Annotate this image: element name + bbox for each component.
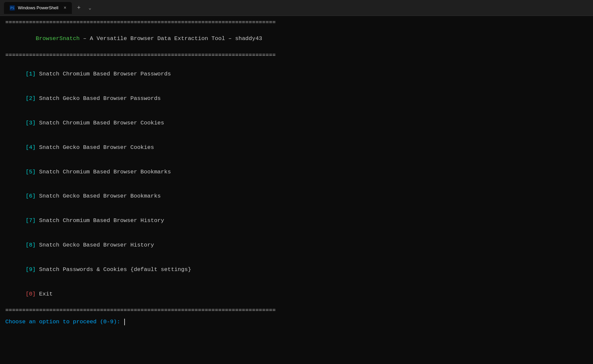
menu-number-3: [3] <box>26 120 36 126</box>
menu-item-8: [8] Snatch Gecko Based Browser History <box>5 233 588 258</box>
title-line: BrowserSnatch – A Versatile Browser Data… <box>5 27 588 51</box>
menu-separator: ========================================… <box>5 306 588 315</box>
terminal-window: ========================================… <box>0 16 593 364</box>
menu-number-6: [6] <box>26 193 36 199</box>
menu-text-5: Snatch Chromium Based Browser Bookmarks <box>36 169 171 175</box>
menu-item-9: [9] Snatch Passwords & Cookies {default … <box>5 258 588 282</box>
prompt-line: Choose an option to proceed (0-9): <box>5 318 588 326</box>
new-tab-button[interactable]: + <box>75 3 83 13</box>
bottom-separator: ========================================… <box>5 51 588 60</box>
menu-number-1: [1] <box>26 71 36 77</box>
svg-text:PS: PS <box>10 6 14 10</box>
menu-item-5: [5] Snatch Chromium Based Browser Bookma… <box>5 160 588 184</box>
tab-dropdown-button[interactable]: ⌄ <box>86 4 94 12</box>
menu-list: [1] Snatch Chromium Based Browser Passwo… <box>5 62 588 306</box>
prompt-text: Choose an option to proceed (0-9): <box>5 318 124 326</box>
menu-item-4: [4] Snatch Gecko Based Browser Cookies <box>5 135 588 160</box>
menu-item-2: [2] Snatch Gecko Based Browser Passwords <box>5 86 588 111</box>
powershell-icon: PS <box>9 5 15 11</box>
menu-item-7: [7] Snatch Chromium Based Browser Histor… <box>5 209 588 233</box>
menu-number-2: [2] <box>26 95 36 102</box>
menu-text-4: Snatch Gecko Based Browser Cookies <box>36 144 154 151</box>
menu-text-8: Snatch Gecko Based Browser History <box>36 242 154 248</box>
title-suffix: – A Versatile Browser Data Extraction To… <box>80 35 262 42</box>
menu-item-1: [1] Snatch Chromium Based Browser Passwo… <box>5 62 588 86</box>
menu-item-0: [0] Exit <box>5 282 588 307</box>
menu-text-2: Snatch Gecko Based Browser Passwords <box>36 95 161 102</box>
cursor <box>124 319 125 325</box>
menu-number-4: [4] <box>26 144 36 151</box>
terminal-tab[interactable]: PS Windows PowerShell × <box>4 2 72 14</box>
menu-text-6: Snatch Gecko Based Browser Bookmarks <box>36 193 161 199</box>
menu-text-7: Snatch Chromium Based Browser History <box>36 217 164 224</box>
tab-close-button[interactable]: × <box>64 6 66 10</box>
menu-number-9: [9] <box>26 266 36 273</box>
tab-label: Windows PowerShell <box>18 5 58 10</box>
menu-item-3: [3] Snatch Chromium Based Browser Cookie… <box>5 111 588 135</box>
menu-text-1: Snatch Chromium Based Browser Passwords <box>36 71 171 77</box>
brand-name: BrowserSnatch <box>36 35 80 42</box>
menu-number-5: [5] <box>26 169 36 175</box>
menu-number-8: [8] <box>26 242 36 248</box>
menu-text-0: Exit <box>36 291 53 297</box>
top-separator: ========================================… <box>5 19 588 27</box>
menu-item-6: [6] Snatch Gecko Based Browser Bookmarks <box>5 184 588 209</box>
titlebar: PS Windows PowerShell × + ⌄ <box>0 0 593 16</box>
menu-number-0: [0] <box>26 291 36 297</box>
menu-number-7: [7] <box>26 217 36 224</box>
title-prefix <box>19 35 36 42</box>
menu-text-3: Snatch Chromium Based Browser Cookies <box>36 120 164 126</box>
menu-text-9: Snatch Passwords & Cookies {default sett… <box>36 266 191 273</box>
